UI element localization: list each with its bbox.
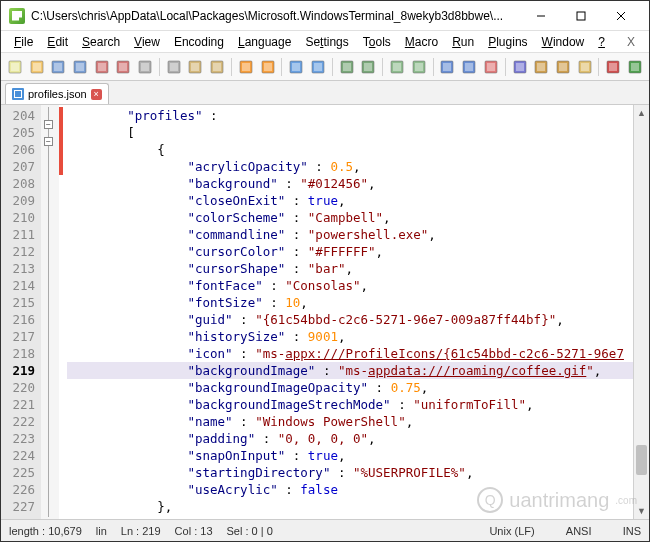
code-line[interactable]: "colorScheme" : "Campbell",	[67, 209, 649, 226]
menu-search[interactable]: Search	[75, 32, 127, 52]
fold-toggle[interactable]: −	[44, 120, 53, 129]
code-line[interactable]: "closeOnExit" : true,	[67, 192, 649, 209]
save-button[interactable]	[48, 57, 68, 77]
menu-macro[interactable]: Macro	[398, 32, 445, 52]
code-line[interactable]: "fontFace" : "Consolas",	[67, 277, 649, 294]
tab-label: profiles.json	[28, 88, 87, 100]
scroll-down-icon[interactable]: ▼	[634, 503, 649, 519]
doc-map-button[interactable]	[531, 57, 551, 77]
code-line[interactable]: "startingDirectory" : "%USERPROFILE%",	[67, 464, 649, 481]
menu-file[interactable]: File	[7, 32, 40, 52]
line-number: 222	[1, 413, 35, 430]
menu-tools[interactable]: Tools	[356, 32, 398, 52]
undo-button[interactable]	[236, 57, 256, 77]
print-button[interactable]	[135, 57, 155, 77]
sync-h-button[interactable]	[409, 57, 429, 77]
line-number: 211	[1, 226, 35, 243]
menu-x[interactable]: X	[619, 32, 643, 52]
save-all-button[interactable]	[70, 57, 90, 77]
code-line[interactable]: "backgroundImage" : "ms-appdata:///roami…	[67, 362, 649, 379]
svg-rect-49	[537, 63, 545, 71]
svg-rect-11	[76, 63, 84, 71]
paste-button[interactable]	[207, 57, 227, 77]
open-button[interactable]	[27, 57, 47, 77]
svg-rect-25	[242, 63, 250, 71]
editor-area[interactable]: 2042052062072082092102112122132142152162…	[1, 105, 649, 519]
menu-language[interactable]: Language	[231, 32, 298, 52]
new-icon	[8, 60, 22, 74]
svg-rect-43	[465, 63, 473, 71]
find-button[interactable]	[286, 57, 306, 77]
menu-window[interactable]: Window	[535, 32, 592, 52]
menu-plugins[interactable]: Plugins	[481, 32, 534, 52]
code-line[interactable]: "name" : "Windows PowerShell",	[67, 413, 649, 430]
menu-help[interactable]: ?	[591, 32, 612, 52]
redo-icon	[261, 60, 275, 74]
fold-margin[interactable]: −−	[41, 105, 59, 519]
code-line[interactable]: "commandline" : "powershell.exe",	[67, 226, 649, 243]
code-line[interactable]: [	[67, 124, 649, 141]
close-button[interactable]	[601, 2, 641, 30]
indent-guide-button[interactable]	[481, 57, 501, 77]
svg-rect-17	[141, 63, 149, 71]
close-button[interactable]	[92, 57, 112, 77]
code-line[interactable]: "backgroundImageStrechMode" : "uniformTo…	[67, 396, 649, 413]
folder-button[interactable]	[575, 57, 595, 77]
minimize-button[interactable]	[521, 2, 561, 30]
play-icon	[628, 60, 642, 74]
svg-rect-37	[393, 63, 401, 71]
lang-button[interactable]	[510, 57, 530, 77]
status-sel: Sel : 0 | 0	[227, 525, 273, 537]
redo-button[interactable]	[258, 57, 278, 77]
code-line[interactable]: "historySize" : 9001,	[67, 328, 649, 345]
fold-toggle[interactable]: −	[44, 137, 53, 146]
code-line[interactable]: "cursorColor" : "#FFFFFF",	[67, 243, 649, 260]
copy-button[interactable]	[186, 57, 206, 77]
all-chars-button[interactable]	[459, 57, 479, 77]
code-line[interactable]: "icon" : "ms-appx:///ProfileIcons/{61c54…	[67, 345, 649, 362]
zoom-in-button[interactable]	[337, 57, 357, 77]
sync-v-button[interactable]	[387, 57, 407, 77]
zoom-out-button[interactable]	[358, 57, 378, 77]
scroll-thumb[interactable]	[636, 445, 647, 475]
code-line[interactable]: "padding" : "0, 0, 0, 0",	[67, 430, 649, 447]
play-button[interactable]	[625, 57, 645, 77]
tab-profiles-json[interactable]: profiles.json ×	[5, 83, 109, 104]
svg-rect-47	[516, 63, 524, 71]
tab-close-button[interactable]: ×	[91, 89, 102, 100]
new-button[interactable]	[5, 57, 25, 77]
wrap-icon	[440, 60, 454, 74]
code-line[interactable]: },	[67, 498, 649, 515]
replace-button[interactable]	[308, 57, 328, 77]
status-mode: INS	[623, 525, 641, 537]
code-line[interactable]: "useAcrylic" : false	[67, 481, 649, 498]
cut-icon	[167, 60, 181, 74]
code-line[interactable]: {	[67, 141, 649, 158]
func-list-button[interactable]	[553, 57, 573, 77]
menu-run[interactable]: Run	[445, 32, 481, 52]
code-content[interactable]: "profiles" : [ { "acrylicOpacity" : 0.5,…	[63, 105, 649, 519]
line-number: 224	[1, 447, 35, 464]
menu-settings[interactable]: Settings	[298, 32, 355, 52]
code-line[interactable]: "fontSize" : 10,	[67, 294, 649, 311]
code-line[interactable]: "guid" : "{61c54bbd-c2c6-5271-96e7-009a8…	[67, 311, 649, 328]
menu-edit[interactable]: Edit	[40, 32, 75, 52]
undo-icon	[239, 60, 253, 74]
line-number: 209	[1, 192, 35, 209]
code-line[interactable]: "acrylicOpacity" : 0.5,	[67, 158, 649, 175]
wrap-button[interactable]	[438, 57, 458, 77]
close-all-button[interactable]	[114, 57, 134, 77]
menu-encoding[interactable]: Encoding	[167, 32, 231, 52]
code-line[interactable]: "backgroundImageOpacity" : 0.75,	[67, 379, 649, 396]
vertical-scrollbar[interactable]: ▲ ▼	[633, 105, 649, 519]
code-line[interactable]: "profiles" :	[67, 107, 649, 124]
record-button[interactable]	[603, 57, 623, 77]
menu-view[interactable]: View	[127, 32, 167, 52]
code-line[interactable]: "snapOnInput" : true,	[67, 447, 649, 464]
code-line[interactable]: "cursorShape" : "bar",	[67, 260, 649, 277]
cut-button[interactable]	[164, 57, 184, 77]
maximize-button[interactable]	[561, 2, 601, 30]
scroll-up-icon[interactable]: ▲	[634, 105, 649, 121]
code-line[interactable]: "background" : "#012456",	[67, 175, 649, 192]
indent-guide-icon	[484, 60, 498, 74]
